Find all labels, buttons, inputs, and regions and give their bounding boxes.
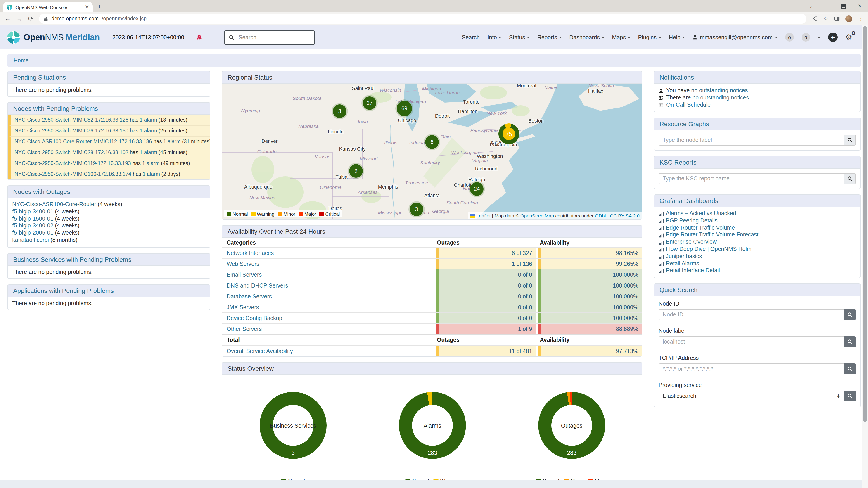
alarm-link[interactable]: 1 alarm <box>163 139 181 144</box>
node-link[interactable]: NYC-Cisco-2950-Switch-MIMIC28-172.16.33.… <box>14 150 128 155</box>
node-link[interactable]: f5-bigip-3400-01 <box>12 208 53 215</box>
menu-plugins[interactable]: Plugins <box>638 34 661 40</box>
category-link[interactable]: Overall Service Availability <box>227 348 293 354</box>
back-icon[interactable]: ← <box>4 15 11 22</box>
quick-search-title[interactable]: Quick Search <box>659 286 698 293</box>
notifications-title[interactable]: Notifications <box>659 74 694 81</box>
map-marker[interactable]: 9 <box>349 164 363 178</box>
ip-address-search-button[interactable] <box>844 363 856 374</box>
tab-search-icon[interactable]: ⌄ <box>808 3 813 9</box>
tab-close-icon[interactable]: ✕ <box>85 4 89 9</box>
grafana-link[interactable]: Edge Router Traffic Volume Forecast <box>666 232 758 239</box>
outages-donut[interactable]: Outages 283 <box>538 392 605 459</box>
menu-help[interactable]: Help <box>669 34 685 40</box>
alarm-link[interactable]: 1 alarm <box>140 150 157 155</box>
admin-gears-icon[interactable]: ⚙⚙ <box>845 33 857 42</box>
user-menu[interactable]: mmassengill@opennms.com <box>693 34 778 40</box>
notice-badge-user[interactable]: 0 <box>785 33 794 41</box>
grafana-link[interactable]: BGP Peering Details <box>666 218 718 225</box>
regional-status-map[interactable]: South Dakota Wyoming Wisconsin Michigan … <box>222 84 642 219</box>
opennms-logo[interactable]: OpenNMSMeridian <box>7 31 100 44</box>
browser-menu-icon[interactable]: ⋮ <box>858 15 864 22</box>
business-services-donut[interactable]: Business Services 3 <box>260 392 327 459</box>
grafana-link[interactable]: Edge Router Traffic Volume <box>666 224 735 232</box>
node-label-search-button[interactable] <box>844 336 856 347</box>
grafana-link[interactable]: Juniper basics <box>666 253 702 260</box>
category-link[interactable]: Device Config Backup <box>227 315 282 321</box>
browser-scrollbar[interactable] <box>862 25 868 488</box>
minimize-icon[interactable]: — <box>825 3 830 9</box>
map-marker[interactable]: 6 <box>425 135 439 149</box>
ksc-reports-title[interactable]: KSC Reports <box>659 159 696 166</box>
category-link[interactable]: Database Servers <box>227 293 272 299</box>
alarm-link[interactable]: 1 alarm <box>143 171 160 177</box>
ksc-reports-search-button[interactable] <box>844 173 856 184</box>
node-link[interactable]: NYC-Cisco-2950-Switch-MIMIC52-172.16.33.… <box>14 117 128 123</box>
alarm-link[interactable]: 1 alarm <box>140 128 157 133</box>
oncall-schedule-link[interactable]: On-Call Schedule <box>666 101 711 108</box>
menu-status[interactable]: Status <box>509 34 530 40</box>
share-icon[interactable] <box>812 16 817 21</box>
browser-tab[interactable]: OpenNMS Web Console ✕ <box>3 2 93 12</box>
node-link[interactable]: NYC-Cisco-2950-Switch-MIMIC100-172.16.33… <box>14 171 131 177</box>
category-link[interactable]: DNS and DHCP Servers <box>227 282 288 289</box>
map-cluster-marker[interactable]: 75 <box>498 123 519 144</box>
chevron-down-icon[interactable] <box>818 36 820 38</box>
menu-info[interactable]: Info <box>487 34 501 40</box>
reload-icon[interactable]: ⟳ <box>28 15 33 22</box>
node-id-input[interactable] <box>658 309 844 320</box>
node-link[interactable]: kanataofficerpi <box>12 237 49 243</box>
ip-address-input[interactable] <box>658 363 844 374</box>
alarm-link[interactable]: 1 alarm <box>140 117 157 123</box>
grafana-link[interactable]: Alarms – Acked vs Unacked <box>666 210 736 218</box>
ksc-reports-input[interactable] <box>658 173 844 184</box>
nodes-with-outages-title[interactable]: Nodes with Outages <box>13 188 70 195</box>
category-link[interactable]: Web Servers <box>227 261 259 267</box>
scrollbar-thumb[interactable] <box>863 26 867 422</box>
maximize-icon[interactable] <box>841 4 846 8</box>
grafana-link[interactable]: Retail Alarms <box>666 260 699 267</box>
leaflet-link[interactable]: Leaflet <box>476 213 491 218</box>
map-marker[interactable]: 27 <box>363 96 376 110</box>
forward-icon[interactable]: → <box>16 15 23 22</box>
menu-maps[interactable]: Maps <box>612 34 630 40</box>
node-link[interactable]: NYC-Cisco-ASR100-Core-Router <box>12 201 96 207</box>
map-marker[interactable]: 24 <box>470 182 484 196</box>
business-services-title[interactable]: Business Services with Pending Problems <box>13 256 131 263</box>
notice-badge-all[interactable]: 0 <box>802 33 810 41</box>
category-link[interactable]: Network Interfaces <box>227 250 274 256</box>
bookmark-star-icon[interactable]: ☆ <box>823 15 828 22</box>
side-panel-icon[interactable] <box>834 16 839 21</box>
grafana-link[interactable]: Flow Deep Dive | OpenNMS Helm <box>666 246 751 253</box>
resource-graphs-title[interactable]: Resource Graphs <box>659 120 709 128</box>
node-link[interactable]: NYC-Cisco-ASR100-Core-Router-MIMIC112-17… <box>14 139 152 144</box>
browser-profile-avatar[interactable] <box>845 15 852 22</box>
grafana-dashboards-title[interactable]: Grafana Dashboards <box>659 197 718 204</box>
category-link[interactable]: Email Servers <box>227 271 262 278</box>
map-marker[interactable]: 69 <box>397 101 412 116</box>
providing-service-search-button[interactable] <box>844 391 856 401</box>
node-id-search-button[interactable] <box>844 309 856 320</box>
node-label-input[interactable] <box>658 336 844 347</box>
global-search-box[interactable] <box>224 30 315 44</box>
alarms-donut[interactable]: Alarms 283 <box>399 392 466 459</box>
resource-graphs-search-button[interactable] <box>844 135 856 145</box>
menu-search[interactable]: Search <box>462 34 480 40</box>
node-link[interactable]: f5-bigip-3400-02 <box>12 223 53 229</box>
nodes-pending-problems-title[interactable]: Nodes with Pending Problems <box>13 105 98 112</box>
quick-add-button[interactable]: + <box>828 33 838 42</box>
map-marker[interactable]: 3 <box>410 202 423 216</box>
category-link[interactable]: JMX Servers <box>227 304 259 310</box>
node-link[interactable]: NYC-Cisco-2950-Switch-MIMIC76-172.16.33.… <box>14 128 128 133</box>
applications-title[interactable]: Applications with Pending Problems <box>13 287 114 294</box>
category-link[interactable]: Other Servers <box>227 326 262 332</box>
node-link[interactable]: f5-bigip-2005-01 <box>12 230 53 236</box>
pending-situations-title[interactable]: Pending Situations <box>13 74 66 81</box>
node-link[interactable]: f5-bigip-1500-01 <box>12 216 53 222</box>
node-link[interactable]: NYC-Cisco-2950-Switch-MIMIC119-172.16.33… <box>14 161 131 166</box>
resource-graphs-input[interactable] <box>658 135 844 145</box>
global-search-input[interactable] <box>238 34 311 41</box>
osm-link[interactable]: OpenStreetMap <box>520 213 554 218</box>
menu-reports[interactable]: Reports <box>537 34 562 40</box>
close-window-icon[interactable]: ✕ <box>858 3 862 9</box>
